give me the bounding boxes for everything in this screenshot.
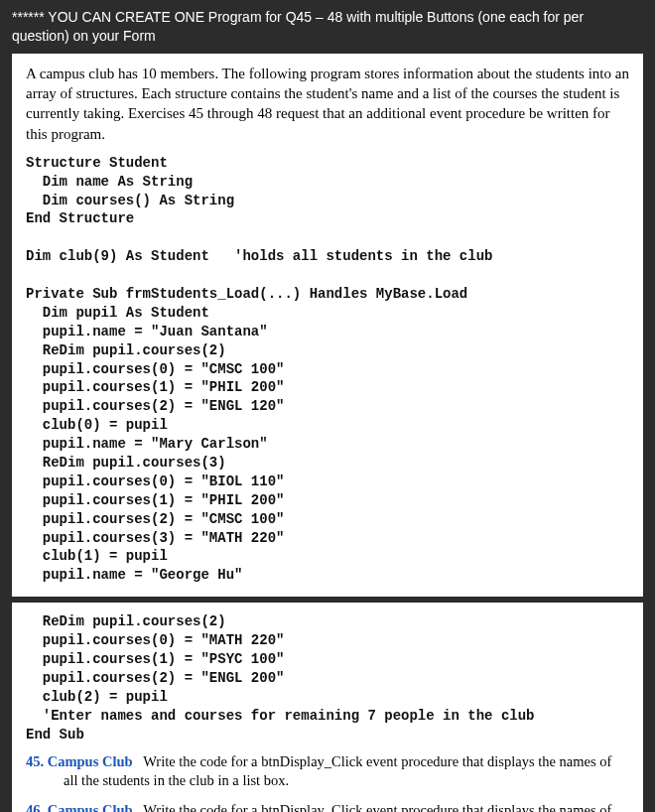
exercise-46: 46. Campus Club Write the code for a btn…: [26, 801, 629, 812]
exercise-number: 46.: [26, 802, 44, 812]
exercise-45: 45. Campus Club Write the code for a btn…: [26, 752, 629, 791]
page-1: A campus club has 10 members. The follow…: [12, 54, 643, 597]
header-note: ****** YOU CAN CREATE ONE Program for Q4…: [12, 8, 643, 46]
exercise-body: Write the code for a btnDisplay_Click ev…: [64, 753, 611, 789]
exercise-title: Campus Club: [48, 753, 133, 769]
exercise-title: Campus Club: [48, 802, 133, 812]
intro-paragraph: A campus club has 10 members. The follow…: [26, 64, 629, 144]
code-block-2: ReDim pupil.courses(2) pupil.courses(0) …: [26, 612, 629, 744]
exercise-number: 45.: [26, 753, 44, 769]
exercise-body: Write the code for a btnDisplay_Click ev…: [64, 802, 611, 812]
code-block-1: Structure Student Dim name As String Dim…: [26, 154, 629, 585]
outer-container: ****** YOU CAN CREATE ONE Program for Q4…: [0, 0, 655, 812]
page-2: ReDim pupil.courses(2) pupil.courses(0) …: [12, 603, 643, 812]
